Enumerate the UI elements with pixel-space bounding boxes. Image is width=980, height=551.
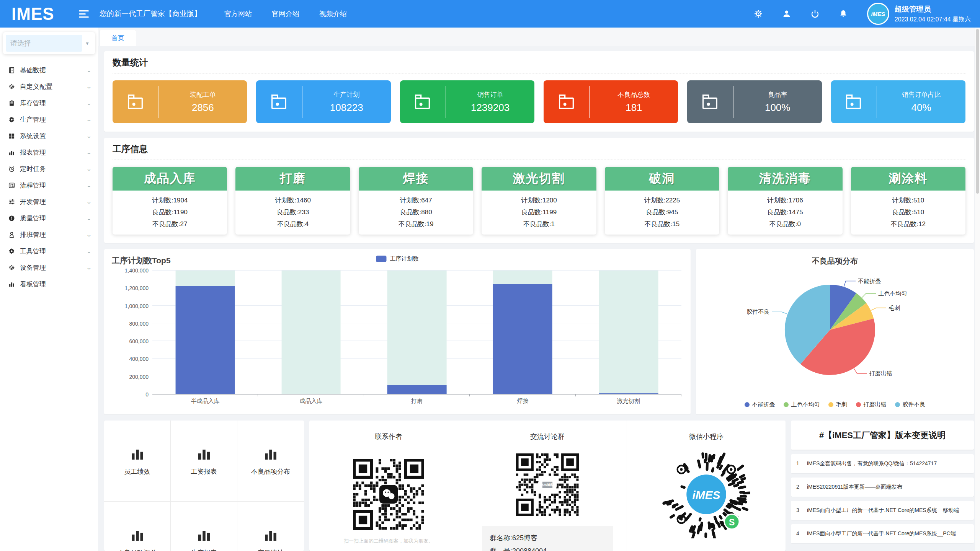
chevron-down-icon: ⌄	[86, 183, 92, 188]
report-shortcut-不良品项汇总[interactable]: 不良品项汇总	[104, 502, 171, 551]
legend-item-打磨出错[interactable]: 打磨出错	[856, 401, 887, 408]
pie-chart-legend[interactable]: 不能折叠上色不均匀毛刺打磨出错胶件不良	[696, 401, 974, 408]
vertical-scrollbar[interactable]	[975, 28, 980, 551]
sidebar-item-流程管理[interactable]: 流程管理⌄	[3, 177, 95, 194]
process-name: 涮涂料	[851, 167, 965, 191]
legend-item-上色不均匀[interactable]: 上色不均匀	[784, 401, 820, 408]
nav-link-1[interactable]: 官方网站	[224, 9, 252, 18]
process-section-title: 工序信息	[113, 143, 965, 160]
pie-label-打磨出错: 打磨出错	[869, 370, 892, 377]
sidebar-item-生产管理[interactable]: 生产管理⌄	[3, 111, 95, 128]
stat-label: 销售订单占比	[877, 90, 965, 99]
stat-card-生产计划[interactable]: 生产计划 108223	[256, 80, 390, 123]
tab-首页[interactable]: 首页	[100, 30, 136, 46]
sidebar-item-开发管理[interactable]: 开发管理⌄	[3, 194, 95, 210]
stat-card-装配工单[interactable]: 装配工单 2856	[113, 80, 247, 123]
changelog-number: 1	[796, 460, 801, 466]
chevron-down-icon: ⌄	[86, 199, 92, 205]
person-icon	[8, 231, 15, 238]
bar-chart-legend[interactable]: 工序计划数	[376, 255, 419, 262]
bar-焊接[interactable]	[493, 284, 552, 394]
stat-card-销售订单[interactable]: 销售订单 1239203	[400, 80, 534, 123]
sidebar-item-label: 流程管理	[20, 181, 46, 190]
nav-link-3[interactable]: 视频介绍	[319, 9, 347, 18]
bar-半成品入库[interactable]	[176, 286, 235, 394]
stat-label: 装配工单	[158, 90, 247, 99]
sidebar-item-工具管理[interactable]: 工具管理⌄	[3, 243, 95, 259]
report-shortcut-产量统计[interactable]: 产量统计	[237, 502, 304, 551]
bar-chart-icon	[196, 446, 212, 461]
stat-value: 108223	[302, 102, 391, 114]
report-shortcut-生产报表[interactable]: 生产报表	[171, 502, 237, 551]
pie-chart-title: 不良品项分布	[704, 256, 966, 266]
legend-swatch	[376, 256, 387, 262]
process-bad-count: 不良品数:4	[235, 218, 350, 230]
sidebar-item-自定义配置[interactable]: 自定义配置⌄	[3, 78, 95, 95]
scrollbar-thumb[interactable]	[976, 29, 979, 194]
process-section: 工序信息 成品入库 计划数:1904 良品数:1190 不良品数:27 打磨 计…	[104, 138, 974, 243]
user-box[interactable]: iMES 超级管理员 2023.02.04 02:07:44 星期六	[867, 3, 971, 25]
svg-text:625博客: 625博客	[542, 483, 554, 487]
changelog-row[interactable]: 4 iMES面向小型工厂的新一代基于.NET Core的MES系统__PC端	[791, 524, 974, 543]
power-icon[interactable]	[810, 9, 820, 18]
process-card-涮涂料[interactable]: 涮涂料 计划数:510 良品数:510 不良品数:12	[851, 167, 965, 235]
sidebar-item-看板管理[interactable]: 看板管理	[3, 276, 95, 292]
avatar[interactable]: iMES	[867, 3, 889, 25]
process-good-count: 良品数:1475	[728, 206, 842, 218]
user-icon[interactable]	[782, 9, 791, 18]
qr-section-联系作者: 联系作者 扫一扫上面的二维码图案，加我为朋友。	[309, 421, 468, 551]
sidebar-item-定时任务[interactable]: 定时任务⌄	[3, 161, 95, 177]
user-role: 超级管理员	[895, 4, 971, 14]
sidebar-item-基础数据[interactable]: 基础数据⌄	[3, 62, 95, 78]
changelog-row[interactable]: 1 iMES全套源码出售，有意的联系QQ/微信：514224717	[791, 454, 974, 473]
changelog-row[interactable]: 2 iMES20220911版本更新——桌面端发布	[791, 478, 974, 497]
sidebar-item-label: 基础数据	[20, 66, 46, 75]
process-card-成品入库[interactable]: 成品入库 计划数:1904 良品数:1190 不良品数:27	[113, 167, 227, 235]
bar-打磨[interactable]	[387, 385, 447, 394]
sidebar-select-placeholder[interactable]: 请选择	[6, 35, 82, 52]
report-shortcut-不良品项分布[interactable]: 不良品项分布	[237, 421, 304, 502]
bar-slot-成品入库[interactable]: 成品入库	[258, 271, 364, 394]
stat-card-销售订单占比[interactable]: 销售订单占比 40%	[831, 80, 965, 123]
changelog-row[interactable]: 3 iMES面向小型工厂的新一代基于.NET Core的MES系统__移动端	[791, 501, 974, 520]
bell-icon[interactable]	[839, 9, 848, 18]
process-card-清洗消毒[interactable]: 清洗消毒 计划数:1706 良品数:1475 不良品数:0	[728, 167, 842, 235]
bar-chart-panel: 工序计划数Top5 工序计划数 半成品入库 成品入库 打磨 焊接 激光切割 02…	[104, 249, 691, 414]
sidebar-item-系统设置[interactable]: 系统设置⌄	[3, 128, 95, 144]
report-shortcuts-panel: 员工绩效 工资报表 不良品项分布 不良品项汇总 生产报表 产量统计	[104, 421, 304, 551]
legend-item-胶件不良[interactable]: 胶件不良	[895, 401, 926, 408]
bar-slot-焊接[interactable]: 焊接	[470, 271, 575, 394]
bar-激光切割[interactable]	[599, 393, 658, 394]
bar-slot-激光切割[interactable]: 激光切割	[576, 271, 681, 394]
process-card-打磨[interactable]: 打磨 计划数:1460 良品数:233 不良品数:4	[235, 167, 350, 235]
sidebar-item-质量管理[interactable]: 质量管理⌄	[3, 210, 95, 227]
sidebar-item-设备管理[interactable]: 设备管理⌄	[3, 259, 95, 276]
sidebar-item-排班管理[interactable]: 排班管理⌄	[3, 227, 95, 243]
gear-icon	[8, 116, 15, 123]
legend-item-毛刺[interactable]: 毛刺	[828, 401, 848, 408]
sidebar-item-库存管理[interactable]: 库存管理⌄	[3, 95, 95, 111]
legend-label: 上色不均匀	[791, 401, 820, 408]
stats-section-title: 数量统计	[113, 57, 965, 73]
changelog-number: 3	[796, 507, 801, 513]
sidebar-item-label: 报表管理	[20, 148, 46, 157]
sidebar-item-报表管理[interactable]: 报表管理⌄	[3, 144, 95, 161]
process-card-激光切割[interactable]: 激光切割 计划数:1200 良品数:1199 不良品数:1	[482, 167, 596, 235]
bar-chart-icon	[8, 149, 15, 156]
sidebar-select[interactable]: 请选择 ▾	[3, 32, 95, 54]
report-shortcut-员工绩效[interactable]: 员工绩效	[104, 421, 171, 502]
process-card-焊接[interactable]: 焊接 计划数:647 良品数:880 不良品数:19	[359, 167, 473, 235]
gear-outline-icon	[8, 83, 15, 90]
process-card-破洞[interactable]: 破洞 计划数:2225 良品数:945 不良品数:15	[605, 167, 719, 235]
settings-icon[interactable]	[754, 9, 763, 18]
legend-label: 胶件不良	[903, 401, 926, 408]
hamburger-menu-icon[interactable]	[79, 10, 89, 18]
bar-slot-半成品入库[interactable]: 半成品入库	[152, 271, 258, 394]
bar-slot-打磨[interactable]: 打磨	[364, 271, 470, 394]
legend-item-不能折叠[interactable]: 不能折叠	[745, 401, 775, 408]
stat-card-不良品总数[interactable]: 不良品总数 181	[544, 80, 678, 123]
stat-card-良品率[interactable]: 良品率 100%	[687, 80, 822, 123]
nav-link-2[interactable]: 官网介绍	[272, 9, 299, 18]
report-shortcut-工资报表[interactable]: 工资报表	[171, 421, 237, 502]
app-header: IMES 您的新一代工厂管家【商业版】 官方网站官网介绍视频介绍 iMES 超级…	[0, 0, 980, 28]
